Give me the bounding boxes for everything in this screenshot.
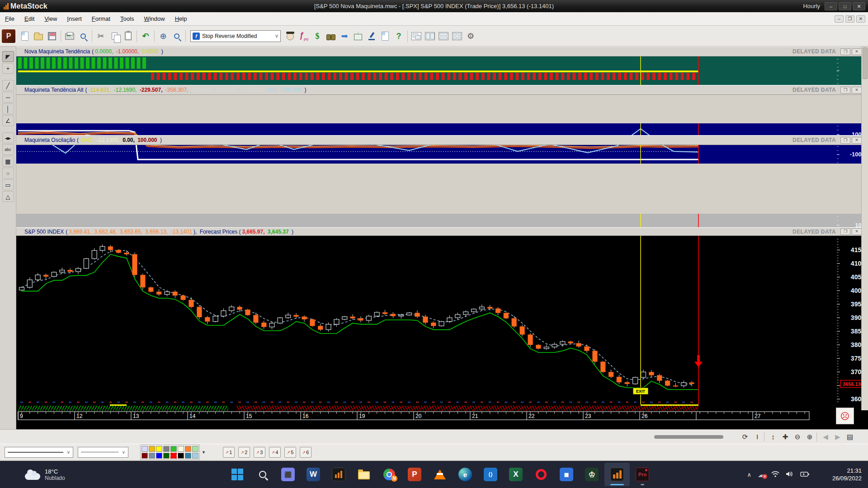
color-swatch[interactable] xyxy=(149,453,155,459)
copy-icon[interactable] xyxy=(108,29,121,43)
color-swatch[interactable] xyxy=(142,446,148,452)
cut-icon[interactable]: ✂ xyxy=(94,29,108,43)
print-icon[interactable] xyxy=(63,29,76,43)
menu-view[interactable]: View xyxy=(39,15,62,22)
triangle-tool[interactable]: △ xyxy=(2,191,14,202)
paste-icon[interactable] xyxy=(121,29,135,43)
pointer-tool[interactable]: ◤ xyxy=(2,51,14,62)
downloader-icon[interactable] xyxy=(351,29,365,43)
panel-restore-button[interactable]: ❒ xyxy=(840,137,850,144)
scroll-arrows-tool[interactable]: ◂▸ xyxy=(2,132,14,143)
maximize-button[interactable]: □ xyxy=(839,2,851,10)
zoom-in-button[interactable]: ⊕ xyxy=(804,432,815,442)
battery-icon[interactable] xyxy=(800,471,809,478)
rectangle-tool[interactable]: ▭ xyxy=(2,179,14,190)
taskbar-chrome-icon[interactable]: N xyxy=(377,463,402,486)
cascade-windows-icon[interactable] xyxy=(410,29,423,43)
vertical-line-tool[interactable]: │ xyxy=(2,103,14,114)
expert-advisor-icon[interactable] xyxy=(283,29,297,43)
scan-icon[interactable] xyxy=(365,29,378,43)
panel-close-button[interactable]: ✕ xyxy=(852,228,862,235)
zoom-out-button[interactable]: ⊖ xyxy=(792,432,803,442)
menu-help[interactable]: Help xyxy=(170,15,192,22)
taskbar-word-icon[interactable]: W xyxy=(301,463,326,486)
color-swatch[interactable] xyxy=(156,453,162,459)
explorer-icon[interactable] xyxy=(324,29,338,43)
color-swatch[interactable] xyxy=(185,446,191,452)
volume-icon[interactable] xyxy=(786,471,794,479)
chart-layout-button-1[interactable]: ↗1 xyxy=(223,447,235,458)
workspace-options-icon[interactable]: ⚙ xyxy=(464,29,477,43)
color-swatch[interactable] xyxy=(192,453,198,459)
menu-insert[interactable]: Insert xyxy=(62,15,87,22)
panel-restore-button[interactable]: ❒ xyxy=(840,87,850,94)
taskbar-opera-icon[interactable] xyxy=(528,463,554,486)
taskbar-start-icon[interactable] xyxy=(225,463,250,486)
mdi-restore-button[interactable]: ❒ xyxy=(845,15,854,23)
minimize-button[interactable]: – xyxy=(825,2,837,10)
tile-vertical-icon[interactable] xyxy=(423,29,437,43)
line-style-dropdown[interactable]: ∨ xyxy=(5,447,73,458)
undo-icon[interactable]: ↶ xyxy=(139,29,152,43)
chart-layout-button-5[interactable]: ↗5 xyxy=(284,447,296,458)
color-swatch[interactable] xyxy=(163,453,170,459)
text-tool[interactable]: abc xyxy=(2,144,14,155)
save-icon[interactable] xyxy=(45,29,59,43)
taskbar-edge-icon[interactable]: e xyxy=(453,463,478,486)
color-swatch[interactable] xyxy=(185,453,191,459)
expert-dropdown[interactable]: fStop Reverse Modified∨ xyxy=(190,30,281,42)
crosshair-tool[interactable]: + xyxy=(2,63,14,74)
color-swatch[interactable] xyxy=(178,446,184,452)
taskbar-clock[interactable]: 21:31 26/09/2022 xyxy=(832,467,862,482)
menu-format[interactable]: Format xyxy=(87,15,115,22)
palette-dropdown-arrow[interactable]: ▼ xyxy=(202,450,206,455)
color-swatch[interactable] xyxy=(142,453,148,459)
open-icon[interactable] xyxy=(32,29,45,43)
page-back-button[interactable]: ◀ xyxy=(820,432,831,442)
taskbar-powerpoint-icon[interactable]: P xyxy=(402,463,427,486)
context-help-icon[interactable]: ? xyxy=(392,29,406,43)
chevron-up-icon[interactable]: ∧ xyxy=(747,471,751,478)
color-swatch[interactable] xyxy=(170,453,177,459)
taskbar-vlc-icon[interactable] xyxy=(427,463,453,486)
system-tester-icon[interactable]: $ xyxy=(311,29,324,43)
chart-menu-button[interactable]: ▤ xyxy=(844,432,855,442)
close-button[interactable]: ✕ xyxy=(853,2,865,10)
menu-edit[interactable]: Edit xyxy=(19,15,39,22)
color-swatch[interactable] xyxy=(156,446,162,452)
trendline-tool[interactable]: ╱ xyxy=(2,80,14,91)
taskbar-teams-icon[interactable]: ⬛ xyxy=(275,463,301,486)
chart-layout-button-2[interactable]: ↗2 xyxy=(238,447,250,458)
angle-line-tool[interactable]: ∠ xyxy=(2,115,14,126)
weather-widget[interactable]: 18°C Nublado xyxy=(25,468,65,481)
crosshair-icon[interactable]: ⊕ xyxy=(156,29,170,43)
chart-layout-button-4[interactable]: ↗4 xyxy=(269,447,281,458)
page-forward-button[interactable]: ▶ xyxy=(832,432,843,442)
tile-horizontal-icon[interactable] xyxy=(437,29,450,43)
mdi-minimize-button[interactable]: – xyxy=(835,15,844,23)
taskbar-metastock-mini-icon[interactable] xyxy=(326,463,351,486)
report-icon[interactable] xyxy=(378,29,392,43)
refresh-button[interactable]: ⟳ xyxy=(740,432,750,442)
menu-window[interactable]: Window xyxy=(139,15,170,22)
panel-close-button[interactable]: ✕ xyxy=(852,137,862,144)
panel-restore-button[interactable]: ❒ xyxy=(840,48,850,55)
print-preview-icon[interactable] xyxy=(76,29,90,43)
indicator-builder-icon[interactable]: ƒ(x) xyxy=(297,29,311,43)
taskbar-vscode-icon[interactable]: ⟨⟩ xyxy=(478,463,503,486)
panel-restore-button[interactable]: ❒ xyxy=(840,228,850,235)
panel-close-button[interactable]: ✕ xyxy=(852,48,862,55)
taskbar-excel-icon[interactable]: X xyxy=(503,463,528,486)
grid-tool[interactable]: ▦ xyxy=(2,156,14,167)
tile-quad-icon[interactable] xyxy=(450,29,464,43)
metastock-p-icon[interactable]: P xyxy=(2,29,15,43)
vertical-scrollbar[interactable] xyxy=(861,47,868,410)
horizontal-line-tool[interactable]: ─ xyxy=(2,92,14,103)
horizontal-scrollbar-thumb[interactable] xyxy=(654,435,723,439)
taskbar-calculator-icon[interactable]: ▦ xyxy=(554,463,579,486)
new-chart-icon[interactable] xyxy=(18,29,32,43)
forecaster-icon[interactable]: ➡ xyxy=(338,29,351,43)
vertical-scrollbar-thumb[interactable] xyxy=(863,47,868,79)
zoom-region-icon[interactable] xyxy=(170,29,184,43)
color-swatch[interactable] xyxy=(192,446,198,452)
